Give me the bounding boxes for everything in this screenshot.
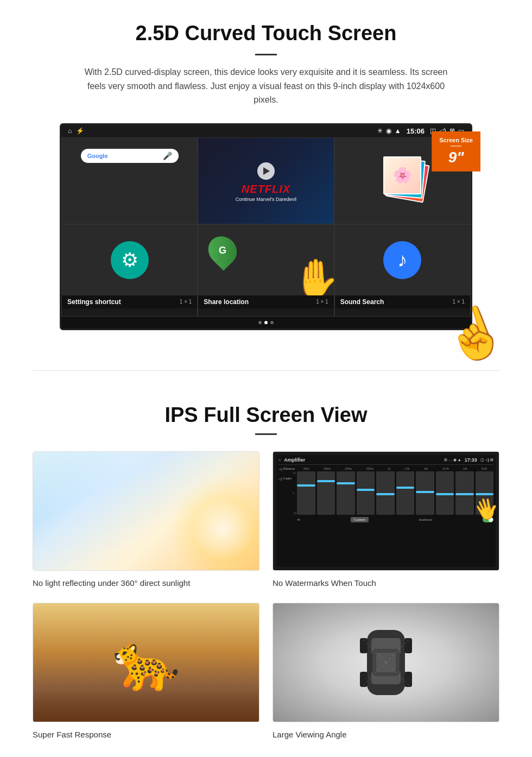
app-cell-settings[interactable]: ⚙ Settings shortcut 1 × 1 [61,224,198,317]
screen-size-value: 9" [439,149,473,166]
section2-divider [255,433,277,435]
scale-neg10: -10 [293,512,296,515]
watermarks-image-box: ⌂ Amplifier ⊞ … ◉ ▲ 17:33 ◫ ◁) ⊠ ◁) [273,451,499,571]
flower-emoji: 🌸 [393,166,412,184]
sunlight-image-box [33,451,259,571]
feature-car: Large Viewing Angle [273,603,499,741]
maps-pin: G [202,230,243,270]
page-wrapper: 2.5D Curved Touch Screen With 2.5D curve… [0,0,532,757]
page-dot-2[interactable] [264,321,268,324]
balance-icon: ◁) [278,467,282,471]
section-divider [33,370,499,371]
section2-title: IPS Full Screen View [33,403,499,427]
section1-description: With 2.5D curved-display screen, this de… [81,65,451,107]
eq-handle-7 [416,491,434,493]
sound-search-label-row: Sound Search 1 × 1 [335,295,470,308]
eq-handle-3 [337,482,355,484]
eq-bar-4[interactable] [357,471,375,515]
maps-icon: G [209,236,236,266]
screen-size-label: Screen Size [439,137,473,143]
flower-preview: 🌸 [384,157,420,193]
freq-sub: SUB [482,467,487,470]
svg-line-13 [332,663,386,716]
music-icon-circle: ♪ [383,241,421,279]
status-bar: ⌂ ⚡ ✳ ◉ ▲ 15:06 ◫ ◁) ⊠ ▭ [61,125,471,137]
feature-grid: No light reflecting under 360° direct su… [33,451,499,741]
amp-icons: ⊞ … ◉ ▲ [444,458,461,462]
usb-icon: ⚡ [76,127,84,135]
amp-right-icons: ◫ ◁) ⊠ [480,458,493,462]
svg-line-14 [386,663,440,716]
play-triangle [263,167,270,175]
app-cell-google[interactable]: Google 🎤 Google 3 × 1 [61,137,198,224]
badge-divider [451,146,461,147]
amp-home-icon: ⌂ [278,458,281,462]
page-dot-3[interactable] [270,321,274,324]
scale-0: 0 [293,491,296,495]
hand-gesture-icon: 🤚 [292,256,334,295]
eq-bar-3[interactable] [337,471,355,515]
amp-title: Amplifier [284,457,441,463]
scale-10: 10 [293,471,296,475]
app-cell-sound-search[interactable]: ♪ Sound Search 1 × 1 [334,224,471,317]
eq-bar-2[interactable] [317,471,335,515]
sound-search-app-size: 1 × 1 [452,299,465,305]
eq-bar-5[interactable] [376,471,395,515]
cheetah-image-box: 🐆 [33,603,259,722]
netflix-play-button[interactable] [257,162,275,180]
freq-1k: 1k [388,467,390,470]
feature-watermarks: ⌂ Amplifier ⊞ … ◉ ▲ 17:33 ◫ ◁) ⊠ ◁) [273,451,499,590]
eq-bar-9[interactable] [455,471,474,515]
settings-label-row: Settings shortcut 1 × 1 [62,295,197,308]
app-cell-netflix[interactable]: NETFLIX Continue Marvel's Daredevil Netf… [198,137,334,224]
settings-app-label: Settings shortcut [67,298,121,306]
freq-12-5k: 12.5k [442,467,449,470]
music-note-icon: ♪ [397,249,407,272]
device-wrapper: Screen Size 9" ⌂ ⚡ ✳ ◉ ▲ 15:06 ◫ [60,123,472,330]
amp-prev-icon: ≪ [297,518,300,521]
car-label: Large Viewing Angle [273,728,499,741]
time-display: 15:06 [407,127,425,135]
scale-labels: 10 0 -10 [293,471,296,515]
eq-bar-8[interactable] [436,471,454,515]
amp-custom-btn[interactable]: Custom [351,517,369,522]
google-content: Google 🎤 [62,138,197,224]
netflix-logo: NETFLIX [236,183,296,195]
eq-bar-7[interactable] [416,471,434,515]
amp-loudness-label: loudness [419,518,432,521]
microphone-icon[interactable]: 🎤 [163,152,172,160]
share-location-app-size: 1 × 1 [316,299,328,305]
sound-search-content: ♪ [335,225,470,295]
freq-60: 60hz [303,467,309,470]
netflix-subtitle: Continue Marvel's Daredevil [236,197,296,202]
maps-g-letter: G [219,245,226,256]
sunlight-image [33,452,259,570]
eq-bar-6[interactable] [396,471,415,515]
app-grid-bottom: ⚙ Settings shortcut 1 × 1 [61,224,471,317]
eq-handle-9 [455,493,474,495]
netflix-content: NETFLIX Continue Marvel's Daredevil [198,138,333,224]
bluetooth-icon: ✳ [377,127,383,135]
home-icon[interactable]: ⌂ [68,127,72,135]
google-search-bar[interactable]: Google 🎤 [81,149,179,163]
eq-bar-1[interactable] [297,471,315,515]
amp-header: ⌂ Amplifier ⊞ … ◉ ▲ 17:33 ◫ ◁) ⊠ [278,457,493,465]
app-cell-share-location[interactable]: G 🤚 Share location 1 × 1 [198,224,334,317]
page-dot-1[interactable] [258,321,262,324]
location-icon: ◉ [386,127,391,135]
cheetah-label: Super Fast Response [33,728,259,741]
amp-time: 17:33 [465,457,477,463]
fader-label: Fader [283,477,292,480]
section1-title: 2.5D Curved Touch Screen [33,22,499,45]
sunlight-label: No light reflecting under 360° direct su… [33,576,259,590]
settings-app-size: 1 × 1 [180,299,192,305]
share-location-label-row: Share location 1 × 1 [198,295,333,308]
screen-size-badge: Screen Size 9" [432,131,480,172]
share-location-content: G 🤚 [198,225,333,295]
amp-freq-labels: 60hz 100hz 200hz 500hz 1k 2.5k 10k 12.5k [297,467,493,470]
equalizer-bars: 10 0 -10 [297,471,493,515]
freq-200: 200hz [345,467,352,470]
title-divider [255,54,277,55]
photo-card-1: 🌸 [383,156,421,194]
photo-stack: 🌸 [375,154,429,208]
